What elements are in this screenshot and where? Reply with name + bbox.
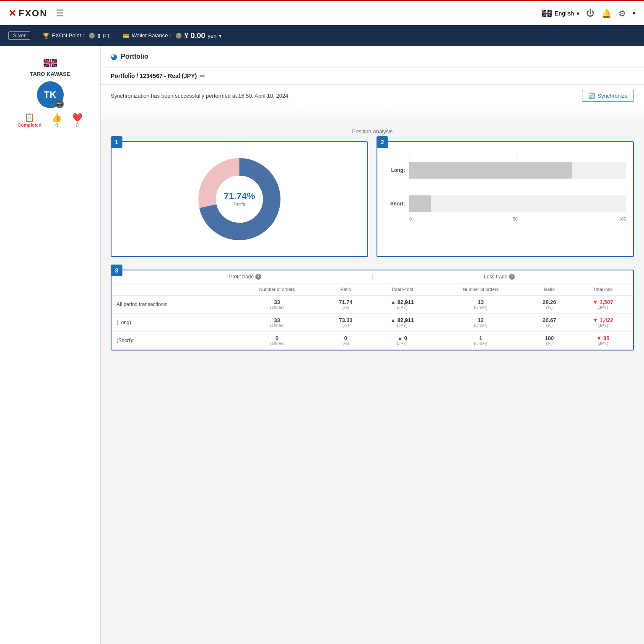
likes-value: 0 [52,122,62,128]
long-bar-fill [409,162,572,179]
stats-header-row: Profit trade ? Loss trade ? [112,270,633,283]
top-nav: ✕ FXON ☰ English ▾ ⏻ 🔔 ⚙ ▾ [0,0,644,25]
hamburger-icon[interactable]: ☰ [56,8,64,19]
row-1-total-profit: 82,911 (JPY) [369,314,435,332]
row-0-loss-orders: 13 (Order) [435,296,526,314]
position-analysis-title: Position analysis [111,128,634,135]
stat-completed: 📋 Completed [18,112,42,128]
portfolio-title: Portfolio [121,53,148,60]
chart-card-1: 1 71.74% Profi [111,141,368,257]
fxon-point-item: 🏆 FXON Point： ? 0 PT [43,32,110,39]
language-selector[interactable]: English ▾ [542,10,579,17]
layout: TARO KAWASE TK 📷 📋 Completed 👍 0 ❤️ 0 [0,46,644,644]
tier-badge: Silver [8,31,30,40]
long-bar-track [409,162,626,179]
power-icon[interactable]: ⏻ [586,8,595,18]
row-0-loss-ratio: 28.26 (%) [526,296,572,314]
bar-axis-0: 0 [409,216,412,221]
sidebar: TARO KAWASE TK 📷 📋 Completed 👍 0 ❤️ 0 [0,46,101,644]
row-0-total-profit: 82,911 (JPY) [369,296,435,314]
donut-wrap: 71.74% Profit [193,153,286,245]
th-loss-ratio: Ratio [526,283,572,296]
wave-separator [101,107,644,124]
wallet-chevron-icon: ▾ [219,33,222,39]
wallet-help-icon[interactable]: ? [176,33,182,39]
charts-row: 1 71.74% Profi [111,141,634,257]
svg-rect-17 [44,62,57,64]
fxon-point-help-icon[interactable]: ? [89,33,95,39]
nav-left: ✕ FXON ☰ [8,8,64,19]
portfolio-subheader: Portfolio / 1234567 - Real (JPY) ✏ [101,68,644,85]
profit-trade-help-icon[interactable]: ? [255,274,261,280]
favorites-value: 0 [72,122,83,128]
sidebar-uk-flag-icon [44,59,57,67]
sync-button[interactable]: 🔄 Synchronize [582,90,634,102]
short-bar-track [409,195,626,212]
row-2-loss-orders: 1 (Order) [435,332,526,350]
fxon-point-value: 0 [97,33,100,39]
sync-icon: 🔄 [588,93,595,99]
svg-rect-8 [542,13,552,14]
logo: ✕ FXON [8,8,47,19]
second-bar: Silver 🏆 FXON Point： ? 0 PT 💳 Wallet Bal… [0,25,644,46]
profit-trade-section: Profit trade ? [118,274,372,280]
row-0-label: All period transactions: [112,296,232,314]
wallet-item: 💳 Wallet Balance： ? ¥ 0.00 yen ▾ [122,31,222,40]
completed-label: Completed [18,122,42,127]
edit-icon[interactable]: ✏ [200,73,205,79]
loss-trade-help-icon[interactable]: ? [509,274,515,280]
trophy-icon: 🏆 [43,33,49,39]
short-label: Short: [384,201,409,207]
row-1-loss-ratio: 26.67 (%) [526,314,572,332]
portfolio-pie-icon: ◕ [111,52,117,61]
wallet-value: ¥ 0.00 [184,31,205,40]
row-0-total-loss: 1,507 (JPY) [573,296,633,314]
row-1-label: (Long): [112,314,232,332]
stat-favorites: ❤️ 0 [72,112,83,128]
bar-axis-50: 50 [513,216,518,221]
row-0-profit-ratio: 71.74 (%) [322,296,369,314]
bar-chart-container: | | | Long: Short: [384,149,626,226]
logo-x-icon: ✕ [8,8,16,19]
table-row: All period transactions: 33 (Order) 71.7… [112,296,633,314]
nav-right: English ▾ ⏻ 🔔 ⚙ ▾ [542,8,636,18]
row-1-profit-orders: 33 (Order) [232,314,322,332]
chart-1-number: 1 [111,136,122,148]
thumbs-up-icon: 👍 [52,112,62,122]
chart-2-number: 2 [377,136,388,148]
gear-chevron-icon: ▾ [633,10,636,16]
portfolio-id: Portfolio / 1234567 - Real (JPY) ✏ [111,73,634,79]
stats-table: Number of orders Ratio Total Profit Numb… [112,283,633,350]
wallet-label: Wallet Balance： [132,32,173,39]
sidebar-stats: 📋 Completed 👍 0 ❤️ 0 [0,112,100,128]
sync-button-label: Synchronize [597,93,628,99]
row-1-loss-orders: 12 (Order) [435,314,526,332]
gear-icon[interactable]: ⚙ [618,8,626,18]
loss-trade-label: Loss trade [484,274,507,280]
camera-icon[interactable]: 📷 [55,100,64,108]
sync-banner: Synchronization has been successfully pe… [101,85,644,107]
uk-flag-icon [542,10,552,17]
row-2-loss-ratio: 100 (%) [526,332,572,350]
portfolio-header: ◕ Portfolio [101,46,644,68]
row-0-profit-orders: 33 (Order) [232,296,322,314]
sidebar-user: TARO KAWASE TK 📷 📋 Completed 👍 0 ❤️ 0 [0,55,100,137]
bell-icon[interactable]: 🔔 [601,8,612,18]
table-row: (Short): 0 (Order) 0 (%) [112,332,633,350]
th-row-label [112,283,232,296]
row-1-profit-ratio: 73.33 (%) [322,314,369,332]
loss-trade-section: Loss trade ? [373,274,627,280]
row-2-profit-orders: 0 (Order) [232,332,322,350]
avatar: TK 📷 [37,81,64,108]
bar-axis: 0 50 100 [384,216,626,221]
th-total-loss: Total loss [573,283,633,296]
logo-text: FXON [18,8,47,19]
th-profit-orders: Number of orders [232,283,322,296]
sidebar-username: TARO KAWASE [0,71,100,77]
chart-card-2: 2 | | | Long: [377,141,634,257]
fxon-point-unit: PT [103,33,110,39]
th-loss-orders: Number of orders [435,283,526,296]
profit-trade-label: Profit trade [229,274,254,280]
portfolio-id-text: Portfolio / 1234567 - Real (JPY) [111,73,197,79]
row-2-profit-ratio: 0 (%) [322,332,369,350]
